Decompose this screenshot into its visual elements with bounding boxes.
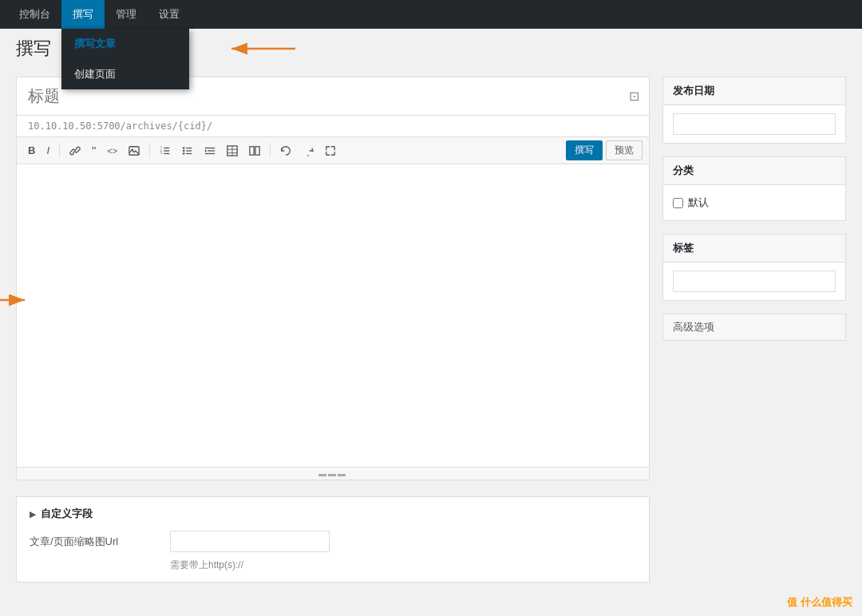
publish-date-input[interactable] [673,113,836,135]
toolbar-sep-2 [149,144,150,158]
sidebar: 发布日期 分类 默认 标签 [662,77,846,582]
toolbar-indent[interactable] [200,142,220,160]
advanced-options-btn[interactable]: 高级选项 [662,314,846,341]
nav-settings[interactable]: 设置 [148,0,191,29]
url-bar: 10.10.10.50:5700/archives/{cid}/ [16,116,650,137]
toolbar-redo[interactable] [298,142,318,160]
category-header: 分类 [663,157,845,185]
toolbar-quote[interactable]: " [87,140,101,160]
svg-point-14 [183,149,185,152]
watermark: 值 什么值得买 [787,595,852,598]
top-navigation: 控制台 撰写 撰写文章 创建页面 管理 设置 [0,0,862,29]
svg-text:3: 3 [160,152,162,155]
toolbar-ol[interactable]: 123 [155,142,176,160]
dropdown-create-page[interactable]: 创建页面 [61,59,189,89]
nav-manage-label: 管理 [116,7,136,22]
toolbar-italic[interactable]: I [42,141,54,160]
thumbnail-url-label: 文章/页面缩略图Url [30,535,157,549]
publish-date-content [663,105,845,143]
editor-resize-handle[interactable]: ▬▬▬ [16,468,650,480]
publish-date-header: 发布日期 [663,77,845,105]
toolbar-sep-1 [59,144,60,158]
tags-content [663,263,845,300]
nav-settings-label: 设置 [159,7,180,22]
editor-toolbar: B I " <> 123 [16,137,650,164]
fullscreen-icon[interactable]: ⊡ [619,89,649,104]
svg-rect-24 [255,146,259,155]
thumbnail-url-input[interactable] [170,531,330,552]
toolbar-code[interactable]: <> [102,143,122,159]
thumbnail-url-hint: 需要带上http(s):// [170,559,636,572]
svg-point-15 [183,152,185,155]
dropdown-write-article[interactable]: 撰写文章 [61,29,189,59]
write-dropdown: 撰写文章 创建页面 [61,29,189,89]
advanced-options-label: 高级选项 [673,321,714,333]
custom-fields-title: 自定义字段 [41,507,93,521]
toolbar-mode-switch: 撰写 预览 [566,140,643,160]
resize-dots: ▬▬▬ [318,469,347,478]
editor-section: ⊡ 10.10.10.50:5700/archives/{cid}/ B I "… [16,77,650,582]
toolbar-table[interactable] [222,142,243,160]
svg-rect-23 [250,146,254,155]
nav-write-label: 撰写 [73,7,93,22]
toolbar-fullscreen[interactable] [320,142,341,160]
mode-write-btn[interactable]: 撰写 [566,140,603,160]
toolbar-sep-3 [270,144,271,158]
toolbar-undo[interactable] [275,142,296,160]
nav-manage[interactable]: 管理 [105,0,148,29]
custom-fields-header[interactable]: ▶ 自定义字段 [30,507,636,521]
triangle-icon: ▶ [30,510,36,519]
custom-field-row-1: 文章/页面缩略图Url [30,531,636,552]
category-label-default: 默认 [688,195,709,210]
editor-content[interactable] [16,164,650,468]
toolbar-columns[interactable] [244,142,265,160]
svg-point-13 [183,147,185,149]
nav-dashboard[interactable]: 控制台 [8,0,61,29]
nav-dashboard-label: 控制台 [19,7,50,22]
toolbar-link[interactable] [65,142,85,160]
toolbar-bold[interactable]: B [23,141,40,160]
category-item-default: 默认 [673,193,836,212]
toolbar-ul[interactable] [177,142,198,160]
custom-fields: ▶ 自定义字段 文章/页面缩略图Url 需要带上http(s):// [16,496,650,582]
url-template-text: 10.10.10.50:5700/archives/{cid}/ [28,120,212,132]
tags-input[interactable] [673,270,836,292]
mode-preview-btn[interactable]: 预览 [606,140,643,160]
tags-header: 标签 [663,235,845,263]
tags-box: 标签 [662,234,846,301]
main-wrapper: ⊡ 10.10.10.50:5700/archives/{cid}/ B I "… [0,61,862,598]
category-checkbox-default[interactable] [673,198,683,208]
toolbar-image[interactable] [124,142,144,160]
nav-write[interactable]: 撰写 撰写文章 创建页面 [61,0,105,29]
category-box: 分类 默认 [662,156,846,221]
category-content: 默认 [663,185,845,220]
publish-date-box: 发布日期 [662,77,846,144]
